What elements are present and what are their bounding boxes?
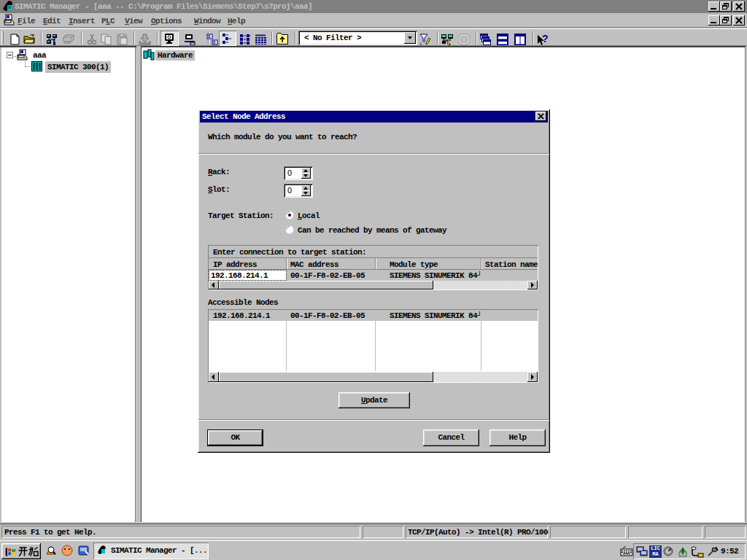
svg-text:?: ? bbox=[542, 34, 548, 44]
